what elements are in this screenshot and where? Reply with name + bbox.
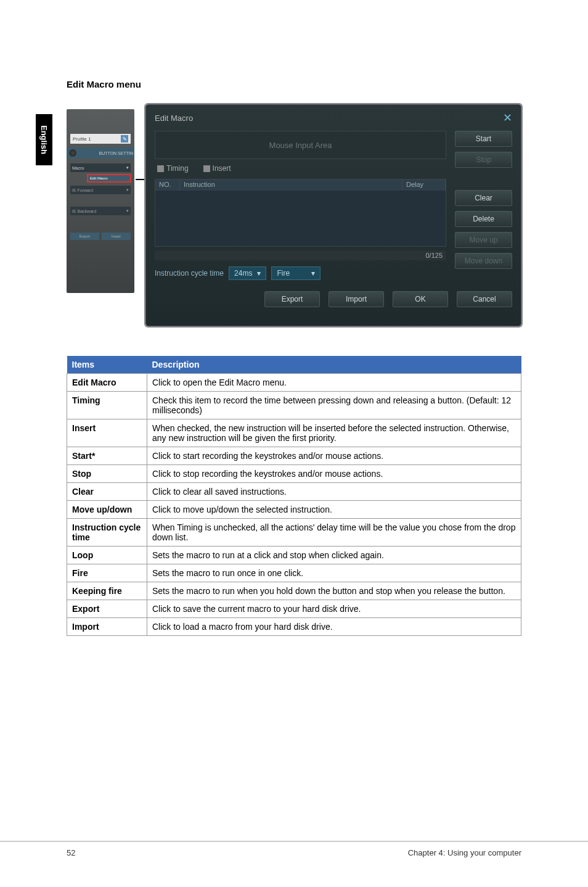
chevron-down-icon: ▾ [257,269,261,278]
cancel-button[interactable]: Cancel [457,291,512,307]
item-description: When Timing is unchecked, all the action… [147,519,521,547]
settings-panel: Profile 1 ✎ BUTTON SETTIN Macro ▾ Edit M… [67,109,134,293]
profile-row[interactable]: Profile 1 ✎ [70,134,131,144]
language-tab: English [36,114,52,165]
chevron-down-icon: ▾ [311,269,315,278]
ie-forward-dropdown[interactable]: IE Forward ▾ [70,186,131,194]
table-row: Edit MacroClick to open the Edit Macro m… [67,374,521,392]
table-row: InsertWhen checked, the new instruction … [67,419,521,447]
item-name: Loop [67,547,147,564]
item-name: Clear [67,483,147,501]
item-name: Keeping fire [67,582,147,600]
move-down-button[interactable]: Move down [455,253,512,269]
table-row: ImportClick to load a macro from your ha… [67,618,521,636]
item-name: Import [67,618,147,636]
item-description: Click to move up/down the selected instr… [147,501,521,519]
instruction-counter: 0/125 [155,250,446,260]
header-items: Items [67,356,147,374]
col-delay: Delay [402,179,446,191]
item-description: Click to clear all saved instructions. [147,483,521,501]
page-footer: 52 Chapter 4: Using your computer [0,841,588,857]
edit-macro-dialog: Edit Macro ✕ Mouse Input Area Timing Ins… [145,104,521,326]
item-description: Sets the macro to run when you hold down… [147,582,521,600]
table-row: ExportClick to save the current macro to… [67,600,521,618]
mouse-input-area[interactable]: Mouse Input Area [155,131,446,159]
item-description: Click to stop recording the keystrokes a… [147,465,521,483]
insert-checkbox[interactable]: Insert [203,164,231,173]
items-description-table: Items Description Edit MacroClick to ope… [67,356,521,636]
clear-button[interactable]: Clear [455,190,512,206]
table-row: Keeping fireSets the macro to run when y… [67,582,521,600]
loop-mode-dropdown[interactable]: Fire▾ [271,266,321,280]
item-description: Sets the macro to run once in one click. [147,564,521,582]
table-row: Start*Click to start recording the keyst… [67,447,521,465]
button-setting-tab[interactable]: BUTTON SETTIN [67,147,134,159]
chevron-down-icon: ▾ [126,165,129,170]
cycle-time-label: Instruction cycle time [155,269,224,278]
chevron-down-icon: ▾ [126,188,129,192]
item-name: Insert [67,419,147,447]
col-instruction: Instruction [180,179,402,191]
section-heading: Edit Macro menu [67,79,521,89]
table-row: ClearClick to clear all saved instructio… [67,483,521,501]
ie-backward-label: IE Backward [72,209,96,213]
item-name: Fire [67,564,147,582]
col-no: NO. [155,179,180,191]
timing-checkbox[interactable]: Timing [157,164,189,173]
item-name: Start* [67,447,147,465]
insert-label: Insert [213,164,231,173]
delete-button[interactable]: Delete [455,211,512,227]
table-row: LoopSets the macro to run at a click and… [67,547,521,564]
item-name: Move up/down [67,501,147,519]
header-description: Description [147,356,521,374]
item-name: Instruction cycle time [67,519,147,547]
screenshot-area: Profile 1 ✎ BUTTON SETTIN Macro ▾ Edit M… [67,104,521,326]
table-row: TimingCheck this item to record the time… [67,392,521,419]
close-icon[interactable]: ✕ [503,111,512,125]
edit-macro-button[interactable]: Edit Macro [88,175,131,182]
panel-import-button[interactable]: Impor [102,233,131,240]
item-name: Stop [67,465,147,483]
item-description: Click to start recording the keystrokes … [147,447,521,465]
table-row: FireSets the macro to run once in one cl… [67,564,521,582]
item-description: Click to load a macro from your hard dis… [147,618,521,636]
dialog-title: Edit Macro [155,113,193,123]
import-button[interactable]: Import [329,291,384,307]
item-name: Timing [67,392,147,419]
item-description: Click to save the current macro to your … [147,600,521,618]
macro-dropdown[interactable]: Macro ▾ [70,163,131,172]
page-number: 52 [67,848,75,857]
ok-button[interactable]: OK [393,291,448,307]
item-description: Sets the macro to run at a click and sto… [147,547,521,564]
chevron-down-icon: ▾ [126,208,129,213]
panel-export-button[interactable]: Export [70,233,99,240]
move-up-button[interactable]: Move up [455,232,512,248]
item-name: Edit Macro [67,374,147,392]
timing-label: Timing [166,164,189,173]
start-button[interactable]: Start [455,131,512,147]
item-name: Export [67,600,147,618]
table-row: Instruction cycle timeWhen Timing is unc… [67,519,521,547]
item-description: When checked, the new instruction will b… [147,419,521,447]
ie-forward-label: IE Forward [72,188,93,192]
table-row: StopClick to stop recording the keystrok… [67,465,521,483]
pencil-icon[interactable]: ✎ [121,135,128,142]
export-button[interactable]: Export [264,291,320,307]
profile-label: Profile 1 [73,136,91,142]
chapter-label: Chapter 4: Using your computer [408,848,521,857]
item-description: Click to open the Edit Macro menu. [147,374,521,392]
instruction-table[interactable]: NO. Instruction Delay [155,179,446,247]
table-row: Move up/downClick to move up/down the se… [67,501,521,519]
ie-backward-dropdown[interactable]: IE Backward ▾ [70,207,131,215]
stop-button[interactable]: Stop [455,152,512,168]
cycle-time-dropdown[interactable]: 24ms▾ [229,266,266,280]
item-description: Check this item to record the time betwe… [147,392,521,419]
macro-label: Macro [72,166,84,170]
